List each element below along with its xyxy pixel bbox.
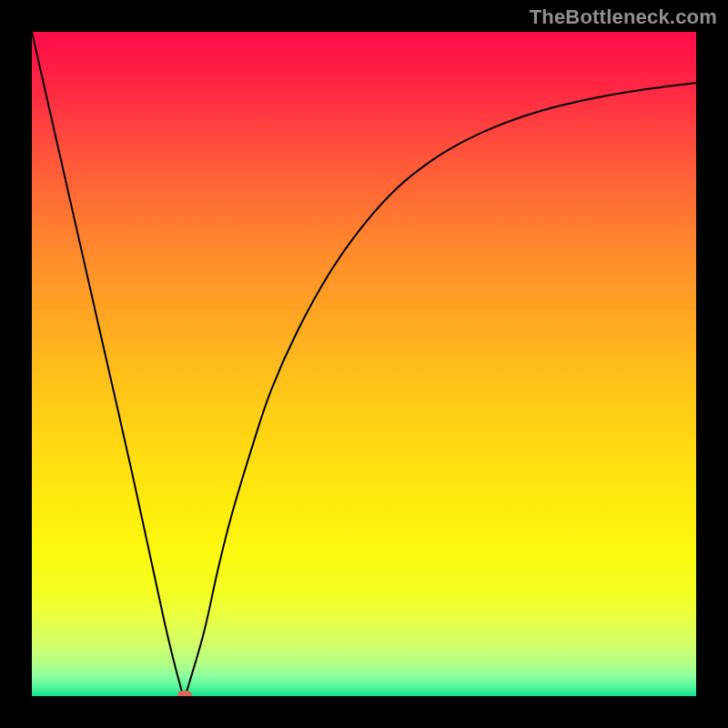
watermark-text: TheBottleneck.com	[530, 5, 717, 29]
bottleneck-curve	[32, 32, 696, 696]
optimal-point-marker	[177, 691, 192, 696]
plot-area	[32, 32, 696, 696]
chart-frame: TheBottleneck.com	[0, 0, 728, 728]
